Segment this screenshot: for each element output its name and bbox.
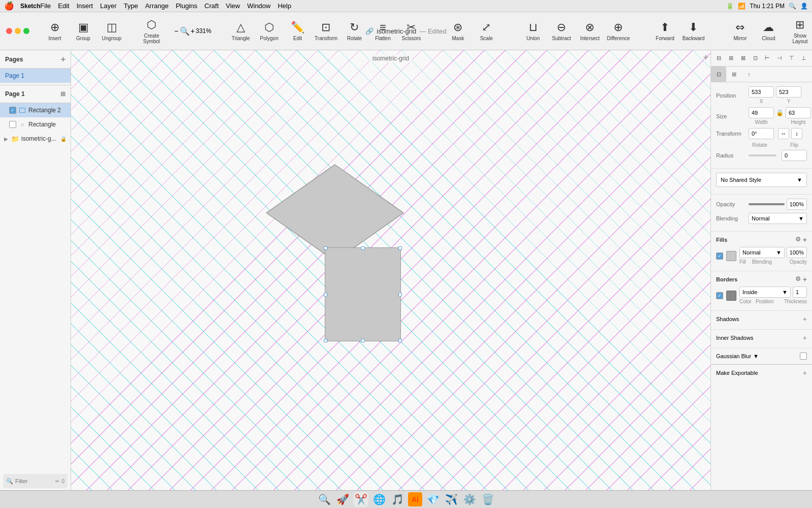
dock-safari[interactable]: 🌐 bbox=[371, 492, 387, 507]
search-icon[interactable]: 🔍 bbox=[789, 3, 796, 10]
cloud-button[interactable]: ☁ Cloud bbox=[755, 16, 782, 46]
panel-icon-align2[interactable]: ⊠ bbox=[737, 53, 749, 64]
selection-handle-mr[interactable] bbox=[398, 293, 402, 296]
rectangle-shape[interactable] bbox=[325, 247, 401, 341]
shared-style-dropdown[interactable]: No Shared Style ▼ bbox=[716, 173, 807, 187]
border-position-dropdown[interactable]: Inside ▼ bbox=[739, 287, 791, 298]
rotate-button[interactable]: ↻ Rotate bbox=[341, 16, 367, 46]
fill-color-swatch[interactable] bbox=[726, 251, 736, 261]
menu-window[interactable]: Window bbox=[247, 2, 270, 10]
blending-dropdown[interactable]: Normal ▼ bbox=[749, 213, 807, 224]
make-exportable-add[interactable]: + bbox=[803, 369, 807, 377]
subtract-button[interactable]: ⊖ Subtract bbox=[548, 16, 574, 46]
mask-button[interactable]: ⊛ Mask bbox=[445, 16, 471, 46]
menu-view[interactable]: View bbox=[226, 2, 240, 10]
dock-trash[interactable]: 🗑️ bbox=[480, 492, 495, 507]
dock-ai[interactable]: Ai bbox=[408, 492, 422, 506]
scale-button[interactable]: ⤢ Scale bbox=[473, 16, 499, 46]
width-value-box[interactable]: 49 bbox=[749, 107, 774, 118]
fill-blending-dropdown[interactable]: Normal ▼ bbox=[739, 247, 785, 258]
dock-launchpad[interactable]: 🚀 bbox=[335, 492, 350, 507]
lock-size-icon[interactable]: 🔒 bbox=[776, 107, 784, 125]
panel-icon-align6[interactable]: ⊤ bbox=[786, 53, 797, 64]
opacity-value-box[interactable]: 100% bbox=[787, 199, 807, 210]
radius-value-box[interactable]: 0 bbox=[782, 150, 807, 161]
fill-opacity-box[interactable]: 100% bbox=[787, 247, 807, 258]
apple-menu[interactable]: 🍎 bbox=[4, 1, 14, 11]
radius-slider[interactable] bbox=[749, 154, 776, 156]
fills-add[interactable]: + bbox=[803, 236, 807, 244]
gaussian-blur-chevron[interactable]: ▼ bbox=[753, 353, 759, 359]
filter-input[interactable] bbox=[15, 478, 53, 484]
border-color-swatch[interactable] bbox=[726, 291, 736, 301]
app-name[interactable]: Sketch bbox=[20, 3, 40, 10]
close-button[interactable] bbox=[6, 28, 12, 34]
opacity-slider[interactable] bbox=[749, 203, 785, 205]
panel-icon-align3[interactable]: ⊡ bbox=[750, 53, 761, 64]
insert-button[interactable]: ⊕ Insert bbox=[42, 16, 68, 46]
selection-handle-bm[interactable] bbox=[361, 339, 365, 342]
zoom-plus-button[interactable]: + bbox=[191, 27, 195, 35]
rotate-value-box[interactable]: 0° bbox=[749, 128, 774, 139]
menu-plugins[interactable]: Plugins bbox=[176, 2, 197, 10]
dock-telegram[interactable]: ✈️ bbox=[444, 492, 459, 507]
selection-handle-tm[interactable] bbox=[361, 246, 365, 250]
menu-insert[interactable]: Insert bbox=[77, 2, 93, 10]
fills-gear[interactable]: ⚙ bbox=[795, 236, 801, 244]
selection-handle-tl[interactable] bbox=[324, 246, 327, 250]
selection-handle-br[interactable] bbox=[398, 339, 402, 342]
zoom-minus-button[interactable]: − bbox=[174, 27, 178, 35]
dock-preferences[interactable]: ⚙️ bbox=[462, 492, 477, 507]
polygon-button[interactable]: ⬡ Polygon bbox=[256, 16, 282, 46]
notification-icon[interactable]: 👤 bbox=[800, 3, 808, 10]
dock-sketch[interactable]: ✂️ bbox=[353, 492, 368, 507]
menu-layer[interactable]: Layer bbox=[100, 2, 117, 10]
selection-handle-tr[interactable] bbox=[398, 246, 402, 250]
panel-icon-align5[interactable]: ⊣ bbox=[774, 53, 785, 64]
flip-h-button[interactable]: ↔ bbox=[778, 128, 789, 139]
dock-spotify[interactable]: 🎵 bbox=[390, 492, 405, 507]
menu-arrange[interactable]: Arrange bbox=[145, 2, 168, 10]
inspector-export-btn[interactable]: ↑ bbox=[741, 67, 757, 82]
y-value-box[interactable]: 523 bbox=[776, 86, 801, 98]
border-checkbox[interactable] bbox=[716, 292, 723, 299]
layer-item-rectangle[interactable]: ○ Rectangle bbox=[0, 117, 71, 132]
border-thickness-box[interactable]: 1 bbox=[793, 287, 807, 298]
page-item-1[interactable]: Page 1 bbox=[0, 69, 71, 83]
layer-visibility-rect[interactable] bbox=[9, 121, 16, 128]
show-layout-button[interactable]: ⊞ Show Layout bbox=[784, 16, 812, 46]
borders-add[interactable]: + bbox=[803, 275, 807, 283]
add-page-button[interactable]: + bbox=[61, 55, 65, 64]
dock-finder[interactable]: 🔍 bbox=[317, 492, 332, 507]
union-button[interactable]: ⊔ Union bbox=[520, 16, 546, 46]
panel-icon-align4[interactable]: ⊢ bbox=[762, 53, 773, 64]
borders-gear[interactable]: ⚙ bbox=[795, 275, 801, 283]
inspector-style-btn[interactable]: ⊞ bbox=[726, 67, 741, 82]
menu-help[interactable]: Help bbox=[278, 2, 291, 10]
intersect-button[interactable]: ⊗ Intersect bbox=[577, 16, 603, 46]
maximize-button[interactable] bbox=[23, 28, 29, 34]
create-symbol-button[interactable]: ⬡ Create Symbol bbox=[141, 16, 162, 46]
panel-icon-distribute[interactable]: ⊞ bbox=[725, 53, 736, 64]
gaussian-blur-checkbox[interactable] bbox=[800, 353, 807, 360]
ungroup-button[interactable]: ◫ Ungroup bbox=[98, 16, 125, 46]
layer-item-folder[interactable]: ▶ 📁 isometric-g... 🔒 bbox=[0, 132, 71, 146]
fill-checkbox[interactable] bbox=[716, 252, 723, 260]
layer-expand-icon[interactable]: ▶ bbox=[4, 136, 8, 142]
flip-v-button[interactable]: ↕ bbox=[791, 128, 802, 139]
panel-icon-align7[interactable]: ⊥ bbox=[798, 53, 809, 64]
edit-button[interactable]: ✏️ Edit bbox=[284, 16, 311, 46]
canvas-add-button[interactable]: + bbox=[703, 52, 708, 63]
x-value-box[interactable]: 533 bbox=[749, 86, 774, 98]
backward-button[interactable]: ⬇ Backward bbox=[680, 16, 706, 46]
mirror-button[interactable]: ⇔ Mirror bbox=[727, 16, 753, 46]
inspector-icon-btn[interactable]: ⊡ bbox=[711, 67, 726, 82]
dock-sketch2[interactable]: 💎 bbox=[425, 492, 441, 507]
layers-toggle[interactable]: ⊞ bbox=[60, 90, 65, 98]
selection-handle-ml[interactable] bbox=[324, 293, 327, 296]
minimize-button[interactable] bbox=[15, 28, 21, 34]
selection-handle-bl[interactable] bbox=[324, 339, 327, 342]
menu-edit[interactable]: Edit bbox=[58, 2, 69, 10]
triangle-button[interactable]: △ Triangle bbox=[227, 16, 254, 46]
inner-shadows-add[interactable]: + bbox=[803, 334, 807, 342]
